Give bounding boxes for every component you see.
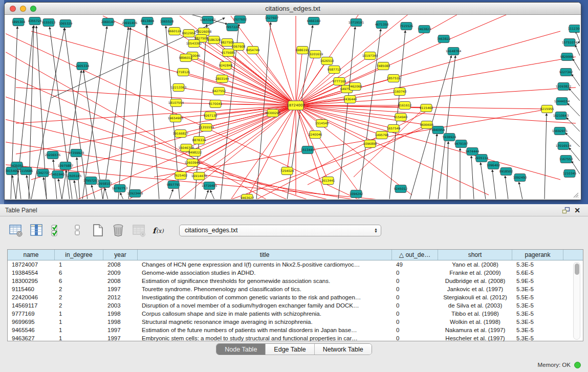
scrollbar-thumb[interactable] bbox=[575, 264, 579, 275]
table-row[interactable]: 969969511998Structural magnetic resonanc… bbox=[8, 318, 583, 326]
graph-node[interactable]: 18300295 bbox=[265, 110, 281, 117]
graph-node[interactable]: 8878334 bbox=[192, 137, 206, 144]
cell-title[interactable]: Investigating the contribution of common… bbox=[138, 293, 392, 301]
graph-node[interactable]: 1115686 bbox=[19, 167, 33, 175]
table-selector-dropdown[interactable]: citations_edges.txt▲▼ bbox=[179, 225, 381, 236]
cell-pagerank[interactable]: 5.3E-5 bbox=[512, 326, 563, 334]
cell-out_degree[interactable]: 0 bbox=[392, 326, 438, 334]
cell-in_degree[interactable]: 1 bbox=[55, 334, 103, 342]
graph-node[interactable]: 17016534 bbox=[556, 142, 572, 150]
cell-title[interactable]: Estimation of the future numbers of pati… bbox=[138, 326, 392, 334]
cell-year[interactable]: 2008 bbox=[103, 260, 138, 269]
cell-title[interactable]: Tourette syndrome. Phenomenology and cla… bbox=[138, 285, 392, 293]
graph-node[interactable]: 2905334 bbox=[76, 62, 90, 70]
graph-node[interactable]: 1514545 bbox=[315, 120, 329, 127]
graph-node[interactable]: 1613441 bbox=[321, 177, 335, 185]
cell-pagerank[interactable]: 5.5E-5 bbox=[512, 293, 563, 301]
tab-edge-table[interactable]: Edge Table bbox=[266, 344, 314, 355]
cell-short[interactable]: de Silva et al. (2003) bbox=[438, 301, 512, 310]
table-row[interactable]: 911546021997Tourette syndrome. Phenomeno… bbox=[8, 285, 583, 293]
graph-node[interactable]: 1895304 bbox=[12, 18, 26, 26]
trash-icon[interactable] bbox=[111, 223, 126, 238]
graph-node[interactable]: 19166827 bbox=[173, 130, 189, 138]
cell-in_degree[interactable]: 6 bbox=[55, 269, 103, 277]
graph-node[interactable]: 20691406 bbox=[122, 19, 138, 27]
graph-node[interactable]: 10975887 bbox=[58, 162, 74, 170]
graph-node[interactable]: 1112306 bbox=[568, 25, 580, 33]
cell-name[interactable]: 9465546 bbox=[8, 326, 55, 334]
graph-node[interactable]: 19654905 bbox=[168, 115, 184, 122]
graph-node[interactable]: 11355554 bbox=[199, 124, 214, 132]
graph-node[interactable]: 1092450 bbox=[513, 174, 527, 182]
graph-node[interactable]: 9777169 bbox=[333, 78, 346, 85]
cell-in_degree[interactable]: 2 bbox=[55, 285, 103, 293]
graph-node[interactable]: 7462060 bbox=[349, 83, 362, 91]
graph-node[interactable]: 15716485 bbox=[202, 182, 217, 190]
tab-network-table[interactable]: Network Table bbox=[315, 344, 372, 355]
new-document-icon[interactable] bbox=[90, 223, 105, 238]
graph-node[interactable]: 16782753 bbox=[112, 185, 128, 192]
graph-node[interactable]: 9699695 bbox=[420, 121, 434, 129]
graph-hub-node[interactable]: 18724007 bbox=[287, 101, 305, 110]
unselect-all-icon[interactable] bbox=[70, 223, 85, 238]
network-canvas[interactable]: 1895304435572491550131065329206914020691… bbox=[6, 15, 580, 199]
graph-node[interactable]: 7485083 bbox=[377, 62, 390, 70]
graph-node[interactable]: 5938924 bbox=[443, 134, 456, 141]
cell-name[interactable]: 18300295 bbox=[8, 277, 55, 285]
cell-year[interactable]: 2003 bbox=[103, 301, 138, 310]
memory-ok-icon[interactable] bbox=[574, 362, 581, 368]
graph-node[interactable]: 8427552 bbox=[212, 87, 226, 95]
graph-node[interactable]: 9896012 bbox=[179, 54, 193, 62]
cell-out_degree[interactable]: 0 bbox=[392, 310, 438, 318]
graph-node[interactable]: 10653287 bbox=[200, 16, 216, 24]
graph-node[interactable]: 1342737 bbox=[36, 169, 50, 177]
graph-node[interactable]: 10197349 bbox=[362, 52, 378, 60]
cell-out_degree[interactable]: 0 bbox=[392, 277, 438, 285]
graph-node[interactable]: 9463627 bbox=[241, 194, 254, 200]
graph-node[interactable]: 9829996 bbox=[560, 53, 574, 61]
graph-node[interactable]: 9227342 bbox=[559, 69, 573, 76]
cell-pagerank[interactable]: 5.3E-5 bbox=[512, 310, 563, 318]
window-titlebar[interactable]: citations_edges.txt bbox=[5, 3, 581, 15]
table-row[interactable]: 1872400712008Changes of HCN gene express… bbox=[8, 260, 583, 269]
graph-node[interactable]: 1096402 bbox=[487, 162, 500, 169]
cell-out_degree[interactable]: 0 bbox=[392, 301, 438, 310]
graph-node[interactable]: 16210643 bbox=[553, 112, 569, 120]
cell-title[interactable]: Embryonic stem cells: a model to study s… bbox=[138, 334, 392, 342]
tab-node-table[interactable]: Node Table bbox=[216, 344, 266, 355]
graph-node[interactable]: 12923448 bbox=[127, 190, 143, 198]
column-header-in_degree[interactable]: in_degree bbox=[55, 250, 103, 260]
cell-year[interactable]: 1997 bbox=[103, 285, 138, 293]
graph-node[interactable]: 4355724 bbox=[28, 17, 42, 25]
graph-node[interactable]: 8813804 bbox=[141, 17, 155, 25]
graph-node[interactable]: 1451940 bbox=[51, 171, 65, 179]
cell-name[interactable]: 9699695 bbox=[8, 318, 55, 326]
graph-node[interactable]: 18107554 bbox=[168, 99, 184, 107]
graph-node[interactable]: 15751074 bbox=[562, 39, 578, 47]
cell-name[interactable]: 19384554 bbox=[8, 269, 55, 277]
graph-node[interactable]: 9115460 bbox=[420, 104, 433, 112]
graph-node[interactable]: 9479197 bbox=[454, 140, 468, 148]
float-panel-icon[interactable] bbox=[560, 206, 572, 215]
graph-node[interactable]: 1527602 bbox=[233, 16, 247, 24]
cell-in_degree[interactable]: 1 bbox=[55, 260, 103, 269]
cell-out_degree[interactable]: 0 bbox=[392, 269, 438, 277]
graph-node[interactable]: 1513445 bbox=[301, 146, 315, 154]
table-row[interactable]: 946362711997Embryonic stem cells: a mode… bbox=[8, 334, 583, 342]
graph-node[interactable]: 2069140 bbox=[101, 18, 115, 26]
graph-node[interactable]: 1495798 bbox=[375, 132, 389, 139]
cell-in_degree[interactable]: 2 bbox=[55, 301, 103, 310]
cell-title[interactable]: Corpus callosum shape and size in male p… bbox=[138, 310, 392, 318]
cell-short[interactable]: Dudbridge et al. (2008) bbox=[438, 277, 512, 285]
cell-in_degree[interactable]: 1 bbox=[55, 318, 103, 326]
table-row[interactable]: 1830029562008Estimation of significance … bbox=[8, 277, 583, 285]
graph-node[interactable]: 7254024 bbox=[280, 167, 294, 175]
column-header-short[interactable]: short bbox=[438, 250, 512, 260]
graph-node[interactable]: 17359928 bbox=[69, 149, 84, 157]
cell-in_degree[interactable]: 6 bbox=[55, 277, 103, 285]
graph-node[interactable]: 13201619 bbox=[308, 51, 323, 58]
table-row[interactable]: 2242004622012Investigating the contribut… bbox=[8, 293, 583, 301]
graph-node[interactable]: 2240046 bbox=[309, 131, 322, 139]
graph-node[interactable]: 1167553 bbox=[559, 156, 573, 163]
graph-node[interactable]: 7515526 bbox=[400, 23, 413, 30]
